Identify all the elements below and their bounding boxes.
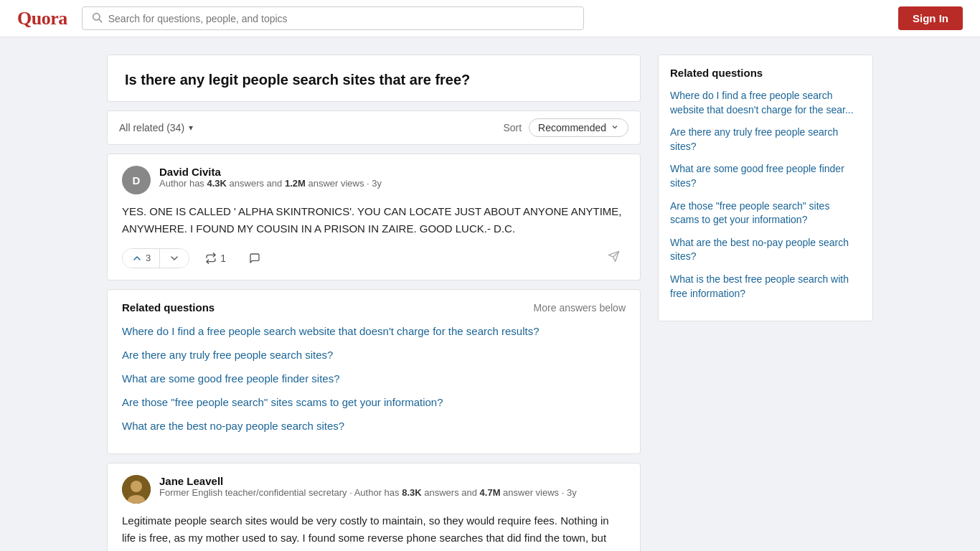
answer-card: Jane Leavell Former English teacher/conf…	[107, 463, 641, 551]
list-item: What is the best free people search with…	[670, 273, 861, 301]
avatar	[122, 475, 151, 504]
filter-bar: All related (34) ▾ Sort Recommended	[107, 110, 641, 145]
answer-card: D David Civita Author has 4.3K answers a…	[107, 154, 641, 281]
sidebar-question-link[interactable]: What are some good free people finder si…	[670, 162, 861, 190]
list-item: What are the best no-pay people search s…	[670, 236, 861, 264]
svg-point-5	[131, 481, 142, 492]
search-icon	[91, 11, 103, 25]
upvote-count: 3	[146, 253, 151, 263]
sort-dropdown[interactable]: Recommended	[529, 118, 628, 137]
list-item: Where do I find a free people search web…	[122, 324, 626, 339]
search-bar	[82, 6, 584, 30]
related-question-link[interactable]: What are some good free people finder si…	[122, 372, 340, 385]
vote-group: 3	[122, 248, 189, 268]
sidebar-question-link[interactable]: Are there any truly free people search s…	[670, 126, 861, 154]
left-column: Is there any legit people search sites t…	[107, 55, 641, 551]
more-answers-label: More answers below	[534, 302, 626, 314]
header: Quora Sign In	[0, 0, 980, 37]
share-action-button[interactable]: 1	[198, 249, 233, 268]
list-item: Where do I find a free people search web…	[670, 89, 861, 117]
action-left: 3 1	[122, 248, 268, 268]
list-item: What are the best no-pay people search s…	[122, 418, 626, 433]
related-header: Related questions More answers below	[122, 301, 626, 314]
list-item: Are there any truly free people search s…	[670, 126, 861, 154]
all-related-label: All related (34)	[119, 122, 184, 133]
related-questions-title: Related questions	[122, 301, 215, 314]
author-name[interactable]: Jane Leavell	[159, 475, 626, 487]
sort-label: Sort	[503, 122, 522, 133]
svg-line-1	[99, 19, 102, 22]
share-button[interactable]	[602, 248, 626, 268]
quora-logo[interactable]: Quora	[17, 8, 67, 29]
list-item: Are there any truly free people search s…	[122, 347, 626, 362]
related-question-link[interactable]: What are the best no-pay people search s…	[122, 420, 344, 432]
author-name[interactable]: David Civita	[159, 166, 626, 178]
sign-in-button[interactable]: Sign In	[898, 6, 963, 30]
list-item: What are some good free people finder si…	[122, 371, 626, 386]
list-item: What are some good free people finder si…	[670, 162, 861, 190]
related-questions-section: Related questions More answers below Whe…	[107, 289, 641, 454]
question-card: Is there any legit people search sites t…	[107, 55, 641, 102]
author-meta: Former English teacher/confidential secr…	[159, 487, 626, 498]
avatar: D	[122, 166, 151, 194]
chevron-down-icon: ▾	[189, 123, 193, 133]
answer-text: Legitimate people search sites would be …	[122, 512, 626, 551]
sort-chevron-icon	[611, 122, 619, 133]
sort-section: Sort Recommended	[503, 118, 628, 137]
downvote-button[interactable]	[160, 249, 189, 268]
sidebar-question-link[interactable]: What is the best free people search with…	[670, 273, 861, 301]
related-questions-list: Where do I find a free people search web…	[122, 324, 626, 433]
sidebar-question-link[interactable]: Where do I find a free people search web…	[670, 89, 861, 117]
sort-value: Recommended	[538, 122, 606, 133]
sidebar-title: Related questions	[670, 67, 861, 79]
all-related-filter[interactable]: All related (34) ▾	[119, 122, 193, 133]
list-item: Are those "free people search" sites sca…	[670, 199, 861, 227]
author-info: Jane Leavell Former English teacher/conf…	[159, 475, 626, 498]
comment-count: 1	[220, 253, 226, 264]
main-content: Is there any legit people search sites t…	[95, 37, 885, 551]
sidebar-question-link[interactable]: What are the best no-pay people search s…	[670, 236, 861, 264]
author-meta: Author has 4.3K answers and 1.2M answer …	[159, 178, 626, 189]
author-info: David Civita Author has 4.3K answers and…	[159, 166, 626, 189]
question-title: Is there any legit people search sites t…	[125, 70, 623, 90]
related-question-link[interactable]: Are those "free people search" sites sca…	[122, 396, 443, 408]
author-row: D David Civita Author has 4.3K answers a…	[122, 166, 626, 194]
author-row: Jane Leavell Former English teacher/conf…	[122, 475, 626, 504]
sidebar-links-list: Where do I find a free people search web…	[670, 89, 861, 301]
upvote-button[interactable]: 3	[123, 249, 160, 268]
search-input[interactable]	[108, 13, 575, 24]
list-item: Are those "free people search" sites sca…	[122, 395, 626, 410]
related-question-link[interactable]: Are there any truly free people search s…	[122, 349, 333, 361]
sidebar-question-link[interactable]: Are those "free people search" sites sca…	[670, 199, 861, 227]
right-sidebar: Related questions Where do I find a free…	[658, 55, 873, 551]
action-bar: 3 1	[122, 248, 626, 268]
related-question-link[interactable]: Where do I find a free people search web…	[122, 325, 540, 337]
sidebar-card: Related questions Where do I find a free…	[658, 55, 873, 321]
answer-text: YES. ONE IS CALLED ' ALPHA SKINTRONICS'.…	[122, 203, 626, 237]
comment-button[interactable]	[242, 249, 268, 268]
